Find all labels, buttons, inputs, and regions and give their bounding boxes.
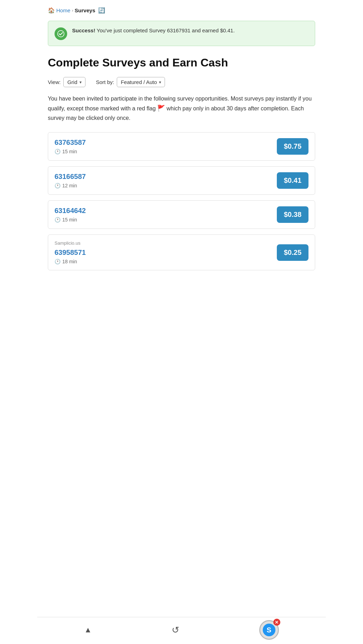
clock-icon-1: 🕐 bbox=[55, 183, 60, 188]
view-chevron-icon: ▾ bbox=[79, 80, 82, 85]
red-flag-icon: 🚩 bbox=[157, 103, 165, 114]
svg-point-0 bbox=[58, 31, 64, 37]
refresh-icon[interactable]: 🔄 bbox=[98, 7, 105, 14]
survey-amount-btn-3[interactable]: $0.25 bbox=[277, 244, 308, 261]
survey-card-2[interactable]: 63164642 🕐 15 min $0.38 bbox=[48, 200, 315, 229]
success-banner: Success! You've just completed Survey 63… bbox=[48, 21, 315, 46]
success-icon bbox=[55, 27, 67, 40]
home-icon: 🏠 bbox=[48, 7, 55, 14]
survey-time-label-2: 15 min bbox=[62, 217, 77, 223]
survey-id-1: 63166587 bbox=[55, 173, 86, 181]
survey-card-left-2: 63164642 🕐 15 min bbox=[55, 207, 86, 223]
survey-time-1: 🕐 12 min bbox=[55, 183, 86, 188]
clock-icon-3: 🕐 bbox=[55, 259, 60, 264]
sort-label: Sort by: bbox=[96, 79, 114, 85]
sort-select-value: Featured / Auto bbox=[121, 79, 157, 85]
clock-icon-2: 🕐 bbox=[55, 217, 60, 223]
sort-chevron-icon: ▾ bbox=[159, 80, 161, 85]
survey-card-3[interactable]: Samplicio.us 63958571 🕐 18 min $0.25 bbox=[48, 234, 315, 270]
survey-list: 63763587 🕐 15 min $0.75 63166587 🕐 12 mi… bbox=[48, 132, 315, 270]
survey-card-left-1: 63166587 🕐 12 min bbox=[55, 173, 86, 188]
survey-card-1[interactable]: 63166587 🕐 12 min $0.41 bbox=[48, 166, 315, 195]
survey-card-left-3: Samplicio.us 63958571 🕐 18 min bbox=[55, 240, 86, 264]
survey-time-0: 🕐 15 min bbox=[55, 149, 86, 154]
breadcrumb-separator: › bbox=[72, 8, 73, 13]
survey-amount-btn-2[interactable]: $0.38 bbox=[277, 206, 308, 223]
view-select[interactable]: Grid ▾ bbox=[63, 77, 85, 87]
page-title: Complete Surveys and Earn Cash bbox=[48, 56, 315, 69]
success-text: Success! You've just completed Survey 63… bbox=[72, 27, 235, 35]
survey-amount-btn-0[interactable]: $0.75 bbox=[277, 138, 308, 155]
survey-time-label-0: 15 min bbox=[62, 149, 77, 154]
survey-id-0: 63763587 bbox=[55, 139, 86, 147]
success-message: You've just completed Survey 63167931 an… bbox=[95, 27, 235, 33]
sort-select[interactable]: Featured / Auto ▾ bbox=[117, 77, 165, 87]
view-select-value: Grid bbox=[67, 79, 77, 85]
view-control: View: Grid ▾ bbox=[48, 77, 85, 87]
survey-time-label-3: 18 min bbox=[62, 259, 77, 264]
breadcrumb-home-link[interactable]: Home bbox=[56, 7, 70, 13]
success-bold: Success! bbox=[72, 27, 95, 33]
survey-time-2: 🕐 15 min bbox=[55, 217, 86, 223]
view-label: View: bbox=[48, 79, 60, 85]
description-text: You have been invited to participate in … bbox=[48, 94, 315, 122]
survey-amount-btn-1[interactable]: $0.41 bbox=[277, 172, 308, 189]
survey-card-0[interactable]: 63763587 🕐 15 min $0.75 bbox=[48, 132, 315, 161]
survey-time-label-1: 12 min bbox=[62, 183, 77, 188]
breadcrumb-current: Surveys bbox=[75, 7, 95, 13]
sort-control: Sort by: Featured / Auto ▾ bbox=[96, 77, 165, 87]
controls-row: View: Grid ▾ Sort by: Featured / Auto ▾ bbox=[48, 77, 315, 87]
survey-provider-3: Samplicio.us bbox=[55, 240, 86, 246]
clock-icon-0: 🕐 bbox=[55, 149, 60, 154]
survey-time-3: 🕐 18 min bbox=[55, 259, 86, 264]
breadcrumb: 🏠 Home › Surveys 🔄 bbox=[48, 7, 315, 14]
survey-card-left-0: 63763587 🕐 15 min bbox=[55, 139, 86, 154]
survey-id-2: 63164642 bbox=[55, 207, 86, 215]
survey-id-3: 63958571 bbox=[55, 249, 86, 257]
